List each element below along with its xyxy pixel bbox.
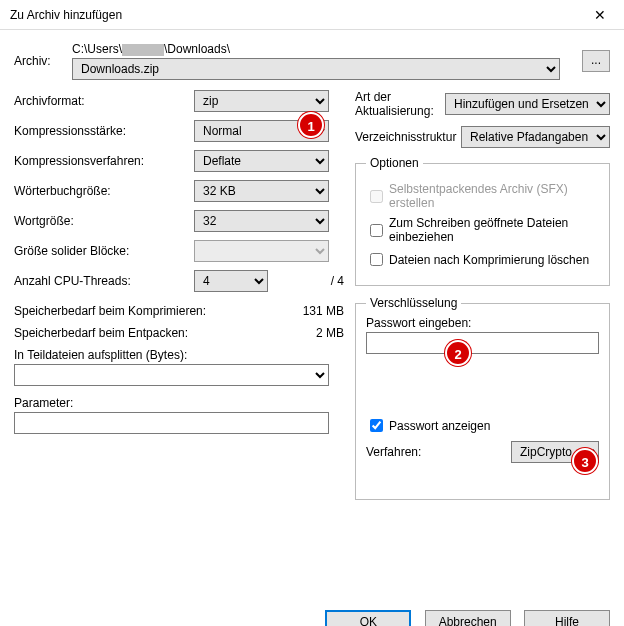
- encryption-legend: Verschlüsselung: [366, 296, 461, 310]
- pathmode-select[interactable]: Relative Pfadangaben: [461, 126, 610, 148]
- updatemode-label: Art der Aktualisierung:: [355, 90, 445, 118]
- marker-2: 2: [445, 340, 471, 366]
- cputhreads-max: / 4: [294, 274, 344, 288]
- password-input[interactable]: [366, 332, 599, 354]
- solidblock-label: Größe solider Blöcke:: [14, 244, 194, 258]
- enterpw-label: Passwort eingeben:: [366, 316, 599, 330]
- memdecompress-value: 2 MB: [316, 326, 344, 340]
- sfx-label: Selbstentpackendes Archiv (SFX) erstelle…: [389, 182, 599, 210]
- showpw-label: Passwort anzeigen: [389, 419, 490, 433]
- memdecompress-label: Speicherbedarf beim Entpacken:: [14, 326, 316, 340]
- split-select[interactable]: [14, 364, 329, 386]
- close-icon[interactable]: ✕: [580, 7, 620, 23]
- archive-label: Archiv:: [14, 54, 72, 68]
- openshared-label: Zum Schreiben geöffnete Dateien einbezie…: [389, 216, 599, 244]
- compmethod-select[interactable]: Deflate: [194, 150, 329, 172]
- archive-path: C:\Users\\Downloads\: [72, 42, 574, 56]
- wordsize-select[interactable]: 32: [194, 210, 329, 232]
- cputhreads-label: Anzahl CPU-Threads:: [14, 274, 194, 288]
- wordsize-label: Wortgröße:: [14, 214, 194, 228]
- format-label: Archivformat:: [14, 94, 194, 108]
- solidblock-select: [194, 240, 329, 262]
- encmethod-label: Verfahren:: [366, 445, 511, 459]
- deleteafter-checkbox[interactable]: [370, 253, 383, 266]
- encryption-fieldset: Verschlüsselung Passwort eingeben: Passw…: [355, 296, 610, 500]
- complevel-label: Kompressionsstärke:: [14, 124, 194, 138]
- browse-button[interactable]: ...: [582, 50, 610, 72]
- ok-button[interactable]: OK: [325, 610, 411, 626]
- dictsize-select[interactable]: 32 KB: [194, 180, 329, 202]
- options-legend: Optionen: [366, 156, 423, 170]
- memcompress-label: Speicherbedarf beim Komprimieren:: [14, 304, 303, 318]
- dictsize-label: Wörterbuchgröße:: [14, 184, 194, 198]
- memcompress-value: 131 MB: [303, 304, 344, 318]
- pathmode-label: Verzeichnisstruktur: [355, 130, 461, 144]
- cputhreads-select[interactable]: 4: [194, 270, 268, 292]
- compmethod-label: Kompressionsverfahren:: [14, 154, 194, 168]
- openshared-checkbox[interactable]: [370, 224, 383, 237]
- params-label: Parameter:: [14, 396, 344, 410]
- marker-3: 3: [572, 448, 598, 474]
- cancel-button[interactable]: Abbrechen: [425, 610, 511, 626]
- params-input[interactable]: [14, 412, 329, 434]
- options-fieldset: Optionen Selbstentpackendes Archiv (SFX)…: [355, 156, 610, 286]
- archive-filename-select[interactable]: Downloads.zip: [72, 58, 560, 80]
- updatemode-select[interactable]: Hinzufügen und Ersetzen: [445, 93, 610, 115]
- help-button[interactable]: Hilfe: [524, 610, 610, 626]
- split-label: In Teildateien aufsplitten (Bytes):: [14, 348, 344, 362]
- redacted-username: [122, 44, 164, 56]
- window-title: Zu Archiv hinzufügen: [10, 8, 580, 22]
- deleteafter-label: Dateien nach Komprimierung löschen: [389, 253, 589, 267]
- marker-1: 1: [298, 112, 324, 138]
- sfx-checkbox: [370, 190, 383, 203]
- format-select[interactable]: zip: [194, 90, 329, 112]
- showpw-checkbox[interactable]: [370, 419, 383, 432]
